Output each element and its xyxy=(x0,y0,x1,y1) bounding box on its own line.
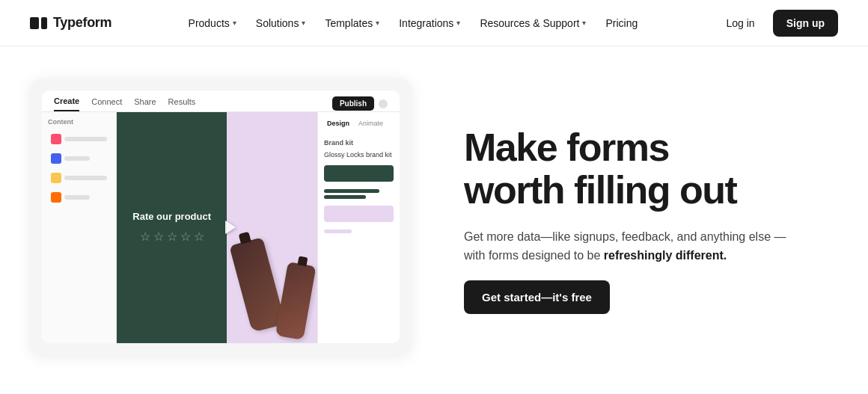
hero-section: Create Connect Share Results Publish Con… xyxy=(0,46,868,394)
chevron-down-icon: ▾ xyxy=(233,19,236,27)
design-panel: Design Animate Brand kit Glossy Locks br… xyxy=(317,112,400,343)
hero-text-area: Make formsworth filling out Get more dat… xyxy=(464,126,823,314)
nav-label-pricing: Pricing xyxy=(605,17,638,29)
sidebar-color-swatch xyxy=(51,153,61,164)
logo-block-short xyxy=(41,17,47,29)
sidebar-color-swatch xyxy=(51,134,61,144)
panel-tabs: Design Animate xyxy=(324,118,394,129)
mockup-tabs-bar: Create Connect Share Results Publish xyxy=(42,90,400,112)
hero-subtext: Get more data—like signups, feedback, an… xyxy=(464,227,793,265)
sidebar-item[interactable] xyxy=(48,132,110,147)
navbar: Typeform Products ▾ Solutions ▾ Template… xyxy=(0,0,868,46)
nav-label-resources: Resources & Support xyxy=(480,17,579,29)
signup-button[interactable]: Sign up xyxy=(773,10,838,37)
form-preview-left: Rate our product ☆ ☆ ☆ ☆ ☆ xyxy=(117,112,227,343)
tab-share[interactable]: Share xyxy=(134,97,156,111)
mockup-body: Content xyxy=(42,112,400,343)
form-preview: Rate our product ☆ ☆ ☆ ☆ ☆ xyxy=(117,112,317,343)
login-button[interactable]: Log in xyxy=(715,11,767,35)
panel-brand-kit-name: Glossy Locks brand kit xyxy=(324,151,394,158)
sidebar-text-line xyxy=(64,137,107,141)
nav-item-pricing[interactable]: Pricing xyxy=(596,11,647,35)
form-preview-right xyxy=(227,112,317,343)
panel-line-1 xyxy=(324,189,379,193)
logo-icon[interactable] xyxy=(30,17,47,29)
publish-button[interactable]: Publish xyxy=(332,96,374,111)
mockup-inner: Create Connect Share Results Publish Con… xyxy=(42,90,400,343)
panel-text-lines-2 xyxy=(324,230,394,233)
product-mockup: Create Connect Share Results Publish Con… xyxy=(30,79,419,363)
product-bottle-secondary xyxy=(275,262,316,340)
brand-color-swatch-purple[interactable] xyxy=(324,206,394,222)
sidebar-text-line xyxy=(64,156,90,161)
logo-block-tall xyxy=(30,17,39,29)
star-2: ☆ xyxy=(153,230,164,244)
sidebar-item[interactable] xyxy=(48,190,110,205)
panel-line-3 xyxy=(324,230,352,233)
panel-tab-animate[interactable]: Animate xyxy=(355,118,386,129)
nav-item-templates[interactable]: Templates ▾ xyxy=(316,11,388,35)
content-sidebar: Content xyxy=(42,112,117,343)
panel-text-lines xyxy=(324,189,394,199)
panel-line-2 xyxy=(324,195,366,199)
star-5: ☆ xyxy=(194,230,204,244)
navbar-left: Typeform xyxy=(30,15,111,31)
cta-button[interactable]: Get started—it's free xyxy=(464,280,610,314)
chevron-down-icon: ▾ xyxy=(302,19,305,27)
hero-headline: Make formsworth filling out xyxy=(464,126,823,212)
tab-connect[interactable]: Connect xyxy=(91,97,122,111)
panel-tab-design[interactable]: Design xyxy=(324,118,352,129)
star-3: ☆ xyxy=(167,230,177,244)
nav-item-products[interactable]: Products ▾ xyxy=(180,11,245,35)
sidebar-item[interactable] xyxy=(48,170,110,185)
sidebar-text-line xyxy=(64,195,90,200)
star-rating: ☆ ☆ ☆ ☆ ☆ xyxy=(140,230,204,244)
nav-item-integrations[interactable]: Integrations ▾ xyxy=(390,11,469,35)
nav-item-resources[interactable]: Resources & Support ▾ xyxy=(471,11,595,35)
tab-results[interactable]: Results xyxy=(168,97,196,111)
product-bottles-image xyxy=(233,118,311,337)
mockup-outer: Create Connect Share Results Publish Con… xyxy=(30,79,412,355)
panel-brand-kit-title: Brand kit xyxy=(324,139,394,147)
sidebar-color-swatch xyxy=(51,192,61,203)
star-4: ☆ xyxy=(180,230,191,244)
chevron-down-icon: ▾ xyxy=(376,19,379,27)
nav-label-solutions: Solutions xyxy=(256,17,299,29)
sidebar-text-line xyxy=(64,176,107,180)
nav-item-solutions[interactable]: Solutions ▾ xyxy=(247,11,315,35)
nav-label-products: Products xyxy=(189,17,230,29)
nav-label-integrations: Integrations xyxy=(399,17,453,29)
sidebar-content-label: Content xyxy=(48,118,110,126)
brand-color-swatch-green[interactable] xyxy=(324,165,394,182)
nav-label-templates: Templates xyxy=(325,17,373,29)
main-nav: Products ▾ Solutions ▾ Templates ▾ Integ… xyxy=(111,11,714,35)
chevron-down-icon: ▾ xyxy=(456,19,460,27)
rate-product-label: Rate our product xyxy=(132,211,211,222)
brand-name: Typeform xyxy=(53,15,111,31)
hero-subtext-bold: refreshingly different. xyxy=(604,249,727,262)
sidebar-color-swatch xyxy=(51,173,61,183)
sidebar-item[interactable] xyxy=(48,151,110,166)
status-circle xyxy=(379,99,388,108)
navbar-right: Log in Sign up xyxy=(715,10,838,37)
chevron-down-icon: ▾ xyxy=(582,19,586,27)
star-1: ☆ xyxy=(140,230,150,244)
cursor-arrow-icon xyxy=(225,221,236,234)
tab-create[interactable]: Create xyxy=(54,96,79,111)
